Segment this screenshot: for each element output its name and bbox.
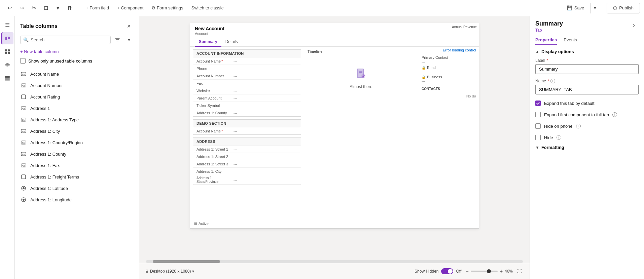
form-main-col: ACCOUNT INFORMATION Account Name* --- Ph…: [190, 47, 304, 228]
list-item[interactable]: AbAddress 1: [15, 103, 139, 114]
svg-text:Ab: Ab: [22, 85, 25, 87]
right-tabs: Properties Events: [530, 35, 644, 45]
rail-component[interactable]: [1, 73, 13, 85]
svg-rect-17: [22, 95, 26, 99]
field-label-county: Address 1: County: [196, 111, 234, 115]
label-input[interactable]: [535, 64, 639, 74]
form-field-button[interactable]: + Form field: [82, 3, 112, 13]
list-item[interactable]: AbAddress 1: Address Type: [15, 114, 139, 125]
almost-there: Almost there: [304, 56, 418, 99]
text-icon: Ab: [21, 128, 26, 134]
rail-hamburger[interactable]: ☰: [1, 19, 13, 31]
new-column-button[interactable]: + New table column: [15, 47, 139, 56]
form-tab-details[interactable]: Details: [221, 37, 242, 47]
top-toolbar: ↩ ↪ ✂ ⊡ ▾ 🗑 + Form field + Component ⚙ F…: [0, 0, 644, 16]
list-item[interactable]: Address 1: Longitude: [15, 194, 139, 205]
check-icon: [536, 102, 540, 105]
expand-full-info-icon[interactable]: i: [612, 112, 617, 117]
no-data: No da: [418, 93, 479, 99]
switch-classic-button[interactable]: Switch to classic: [188, 3, 227, 13]
demo-field-row: Account Name* ---: [193, 127, 301, 134]
right-panel-body: ▲ Display options Label * Name * i: [530, 45, 644, 279]
annual-revenue-label: Annual Revenue: [452, 25, 477, 29]
svg-point-34: [23, 199, 25, 201]
cut-button[interactable]: ✂: [28, 3, 39, 13]
right-panel-close-button[interactable]: ›: [629, 20, 639, 30]
tab-properties[interactable]: Properties: [535, 35, 557, 45]
search-input[interactable]: [31, 37, 108, 42]
dropdown-button[interactable]: ▾: [52, 3, 63, 13]
save-dropdown-arrow[interactable]: ▾: [590, 3, 600, 13]
form-tab-summary[interactable]: Summary: [195, 37, 221, 47]
zoom-slider[interactable]: [471, 271, 498, 272]
zoom-minus-icon[interactable]: −: [465, 268, 468, 274]
publish-button[interactable]: ⬡ Publish: [607, 3, 640, 13]
copy-button[interactable]: ⊡: [40, 3, 51, 13]
list-item[interactable]: AbAccount Number: [15, 80, 139, 91]
table-columns-icon: [5, 35, 11, 41]
column-type-icon: Ab: [20, 162, 27, 169]
label-field-group: Label *: [535, 58, 639, 74]
zoom-plus-icon[interactable]: +: [500, 268, 503, 274]
list-item[interactable]: AbAddress 1: Fax: [15, 160, 139, 171]
rail-layers[interactable]: [1, 59, 13, 71]
svg-point-32: [23, 187, 25, 189]
component-button[interactable]: + Component: [114, 3, 147, 13]
canvas-h-scroll[interactable]: [146, 260, 523, 263]
list-item[interactable]: Address 1: Latitude: [15, 183, 139, 194]
form-settings-button[interactable]: ⚙ Form settings: [148, 3, 186, 13]
list-item[interactable]: AbAccount Name: [15, 68, 139, 80]
expand-tab-checkbox[interactable]: [535, 101, 541, 106]
undo-button[interactable]: ↩: [4, 3, 15, 13]
field-label-account-name: Account Name*: [196, 59, 234, 63]
filter-button[interactable]: [113, 35, 122, 44]
left-panel-header: Table columns ×: [15, 16, 139, 34]
list-item[interactable]: AbAddress 1: City: [15, 125, 139, 137]
text-icon: Ab: [21, 151, 26, 157]
form-preview[interactable]: Annual Revenue New Account Account Summa…: [190, 23, 479, 229]
center-canvas: Annual Revenue New Account Account Summa…: [139, 16, 530, 279]
rail-grid[interactable]: [1, 46, 13, 58]
hide-phone-info-icon[interactable]: i: [576, 124, 581, 128]
fullscreen-button[interactable]: ⛶: [515, 267, 524, 276]
demo-section-header: Demo Section: [193, 120, 301, 127]
save-button[interactable]: 💾 Save: [562, 3, 589, 13]
field-row-fax: Fax ---: [193, 79, 301, 87]
delete-button[interactable]: 🗑: [65, 3, 75, 13]
list-item[interactable]: Address 1: Freight Terms: [15, 171, 139, 183]
component-icon: [4, 76, 10, 82]
close-panel-button[interactable]: ×: [124, 22, 134, 31]
show-unused-checkbox[interactable]: [20, 58, 26, 64]
expand-full-checkbox[interactable]: [535, 112, 541, 117]
field-label-street1: Address 1: Street 1: [196, 147, 234, 151]
checkbox-icon: [21, 174, 26, 180]
label-required-star: *: [546, 58, 548, 63]
right-panel-title-group: Summary Tab: [535, 20, 563, 33]
error-loading[interactable]: Error loading control: [418, 47, 479, 53]
formatting-section-header[interactable]: ▼ Formatting: [535, 145, 639, 150]
list-item[interactable]: Account Rating: [15, 91, 139, 103]
svg-rect-0: [5, 37, 7, 40]
name-info-icon[interactable]: i: [550, 79, 555, 83]
name-input[interactable]: [535, 85, 639, 94]
hide-checkbox[interactable]: [535, 135, 541, 140]
list-item[interactable]: AbAddress 1: County: [15, 148, 139, 160]
canvas-area: Annual Revenue New Account Account Summa…: [139, 16, 530, 260]
field-label-city: Address 1: City: [196, 169, 234, 173]
device-select[interactable]: 🖥 Desktop (1920 x 1080) ▾: [145, 269, 194, 274]
redo-button[interactable]: ↪: [16, 3, 27, 13]
tab-events[interactable]: Events: [564, 35, 577, 45]
column-type-icon: [20, 173, 27, 180]
business-label: Business: [427, 75, 442, 79]
hide-info-icon[interactable]: i: [557, 135, 561, 140]
show-hidden-toggle[interactable]: [441, 268, 453, 274]
zoom-level: 46%: [505, 269, 513, 274]
svg-rect-3: [5, 49, 7, 51]
list-item[interactable]: AbAddress 1: Country/Region: [15, 137, 139, 148]
column-label: Address 1: Longitude: [30, 197, 72, 202]
hide-phone-checkbox[interactable]: [535, 123, 541, 129]
display-options-section-header[interactable]: ▲ Display options: [535, 49, 639, 54]
sort-button[interactable]: ▾: [124, 35, 134, 44]
filter-icon: [115, 37, 120, 42]
rail-table-columns[interactable]: [1, 32, 13, 44]
